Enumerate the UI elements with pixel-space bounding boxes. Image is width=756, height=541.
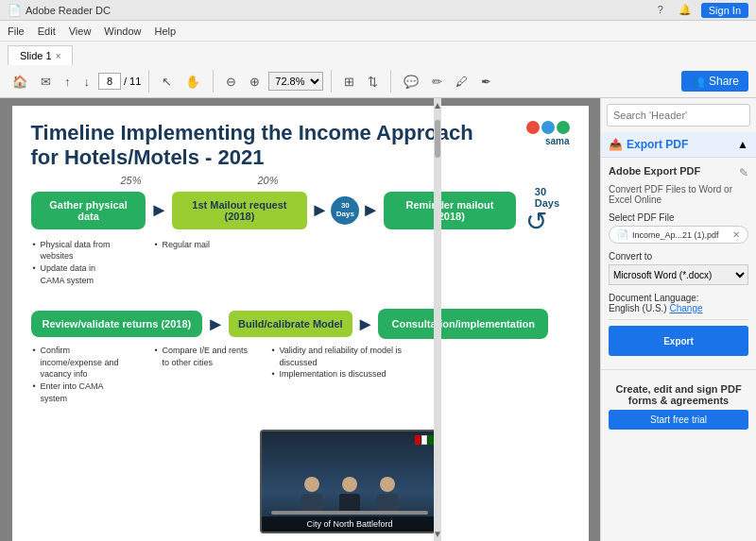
share-icon: 👥 (691, 75, 705, 88)
highlight-button[interactable]: 🖊 (451, 73, 472, 91)
bullet-col-1: Physical data from websites Update data … (31, 239, 121, 286)
flow-section-2: Review/validate returns (2018) ► Build/c… (31, 309, 570, 404)
header-search-input[interactable] (607, 104, 750, 127)
flag-icon (415, 435, 434, 445)
home-button[interactable]: 🏠 (8, 73, 32, 91)
days-circle: 30Days (331, 196, 359, 225)
consultation-box: Consultation/implementation (378, 309, 548, 339)
menu-window[interactable]: Window (104, 25, 141, 37)
select-tool[interactable]: ↖ (157, 73, 177, 91)
page-total: 11 (129, 76, 141, 87)
document-tab[interactable]: Slide 1 × (8, 45, 73, 65)
menu-edit[interactable]: Edit (38, 25, 56, 37)
prev-page-button[interactable]: ↑ (60, 73, 76, 91)
export-button-label: Export (663, 336, 694, 347)
return-arrow-section: 30 Days ↺ (525, 186, 570, 235)
file-name: Income_Ap...21 (1).pdf (632, 230, 729, 240)
menu-view[interactable]: View (69, 25, 92, 37)
toolbar-separator2 (213, 70, 214, 93)
scroll-down[interactable]: ▼ (433, 529, 442, 539)
arrow-1: ► (149, 199, 168, 221)
figure-2 (339, 477, 360, 513)
flow-section-1: 25% 20% Gather physical data ► 1st Mailo… (31, 186, 570, 286)
pct2-label: 20% (258, 175, 279, 186)
bullet-1-1: Physical data from websites (31, 239, 121, 262)
review-box: Review/validate returns (2018) (31, 311, 203, 337)
export-icon: 📤 (609, 138, 623, 151)
comment-button[interactable]: 💬 (399, 73, 423, 91)
pdf-viewer[interactable]: ▲ ▼ Timeline Implementing the Income App… (0, 98, 600, 541)
panel-export-content: Adobe Export PDF ✎ Convert PDF Files to … (601, 158, 756, 363)
promo-section: Create, edit and sign PDF forms & agreem… (601, 376, 756, 437)
scrollbar[interactable]: ▲ ▼ (434, 98, 441, 541)
bullet-5-1: Validity and reliability of model is dis… (270, 345, 403, 368)
logo-text: sama (526, 136, 570, 146)
sign-button[interactable]: ✒ (476, 73, 496, 91)
share-label: Share (709, 75, 739, 88)
thirty-days-label: 30 Days (535, 186, 570, 209)
bell-icon[interactable]: 🔔 (679, 4, 692, 16)
convert-format-select[interactable]: Microsoft Word (*.docx) (609, 264, 748, 285)
sign-in-button[interactable]: Sign In (701, 3, 748, 18)
export-pdf-title: 📤 Export PDF (609, 138, 688, 151)
promo-title: Create, edit and sign PDF forms & agreem… (609, 383, 748, 406)
bullet-col-3: Confirm income/expense and vacancy info … (31, 345, 130, 404)
figure-1 (301, 477, 322, 513)
arrow-circle-1: ► 30Days ► (311, 196, 381, 225)
promo-cta-button[interactable]: Start free trial (609, 410, 748, 430)
slide-header: Timeline Implementing the Income Approac… (31, 121, 570, 171)
email-button[interactable]: ✉ (36, 73, 56, 91)
bullet-col-4: Compare I/E and rents to other cities (153, 345, 257, 404)
mailout-box: 1st Mailout request (2018) (172, 192, 306, 229)
bullet-3-1: Confirm income/expense and vacancy info (31, 345, 130, 380)
draw-button[interactable]: ✏ (427, 73, 447, 91)
rotate-button[interactable]: ⇅ (363, 73, 383, 91)
panel-divider (609, 319, 748, 320)
edit-icon[interactable]: ✎ (739, 166, 748, 179)
file-icon: 📄 (617, 229, 628, 240)
lang-change-link[interactable]: Change (669, 303, 702, 313)
next-page-button[interactable]: ↓ (79, 73, 95, 91)
lang-value: English (U.S.) (609, 303, 667, 313)
bullet-2-1: Regular mail (153, 239, 276, 251)
reminder-box: Reminder mailout (2018) (384, 192, 516, 229)
menu-help[interactable]: Help (154, 25, 176, 37)
slide-title: Timeline Implementing the Income Approac… (31, 121, 485, 171)
help-icon[interactable]: ? (658, 4, 663, 16)
pct1-label: 25% (121, 175, 142, 186)
scrollbar-thumb[interactable] (435, 120, 440, 158)
arrow-3: ► (356, 313, 375, 335)
tab-close-button[interactable]: × (56, 51, 61, 61)
chevron-up-icon[interactable]: ▲ (737, 138, 748, 151)
curved-arrow: ↺ (525, 209, 547, 235)
bullet-3-2: Enter into CAMA system (31, 380, 130, 404)
window-title: Adobe Reader DC (26, 5, 658, 16)
remove-file-button[interactable]: ✕ (732, 229, 740, 240)
bullet-col-2: Regular mail (153, 239, 276, 286)
adobe-export-title: Adobe Export PDF (609, 165, 700, 177)
export-pdf-section[interactable]: 📤 Export PDF ▲ (601, 132, 756, 158)
zoom-select[interactable]: 72.8% (268, 72, 323, 91)
export-button[interactable]: Export (609, 326, 748, 356)
adobe-export-sub: Convert PDF Files to Word or Excel Onlin… (609, 184, 748, 205)
page-input[interactable] (98, 73, 121, 90)
fit-page-button[interactable]: ⊞ (339, 73, 359, 91)
zoom-out-button[interactable]: ⊖ (221, 73, 241, 91)
share-button[interactable]: 👥 Share (681, 71, 748, 92)
lang-label: Document Language: (609, 293, 699, 303)
app-window: 📄 Adobe Reader DC ? 🔔 Sign In File Edit … (0, 0, 756, 541)
page-separator: / (124, 76, 127, 87)
select-pdf-label: Select PDF File (609, 212, 748, 223)
zoom-in-button[interactable]: ⊕ (245, 73, 265, 91)
arrow-2: ► (206, 313, 225, 335)
right-panel: 📤 Export PDF ▲ Adobe Export PDF ✎ Conver… (600, 98, 756, 541)
bullet-row-2: Confirm income/expense and vacancy info … (31, 345, 570, 404)
hand-tool[interactable]: ✋ (180, 73, 205, 91)
lang-row: Document Language: English (U.S.) Change (609, 293, 748, 313)
menu-file[interactable]: File (8, 25, 25, 37)
scroll-up[interactable]: ▲ (433, 100, 442, 110)
sama-logo: sama (526, 121, 570, 146)
file-chip: 📄 Income_Ap...21 (1).pdf ✕ (609, 226, 748, 244)
toolbar-separator4 (390, 70, 391, 93)
calibrate-box: Build/calibrate Model (229, 311, 352, 337)
